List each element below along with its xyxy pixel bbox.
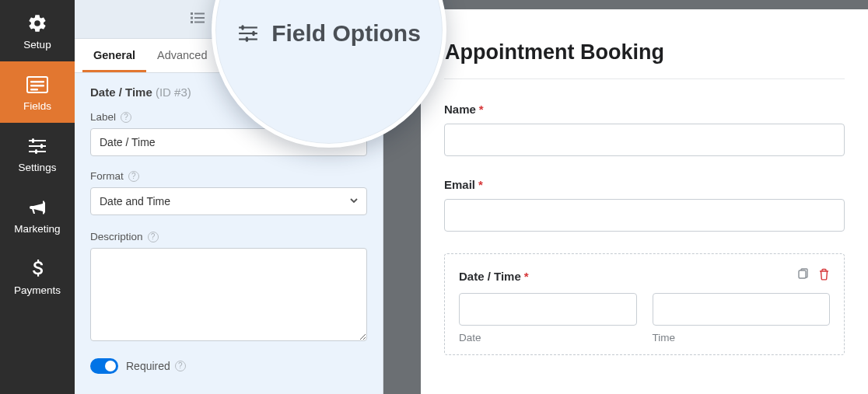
nav-item-fields[interactable]: Fields [0, 61, 75, 123]
svg-rect-15 [194, 22, 205, 23]
label-text: Email [444, 178, 475, 191]
nav-item-setup[interactable]: Setup [0, 0, 75, 61]
svg-rect-8 [40, 144, 43, 148]
row-required: Required ? [75, 346, 383, 380]
datetime-header: Date / Time * [459, 268, 830, 284]
nav-item-payments[interactable]: Payments [0, 246, 75, 307]
datetime-grid: Date Time [459, 293, 830, 343]
divider [444, 78, 845, 79]
help-icon[interactable]: ? [128, 171, 139, 182]
gear-icon [26, 12, 48, 34]
label-text: Date / Time [459, 270, 521, 283]
label-text: Label [90, 111, 116, 123]
description-textarea[interactable] [90, 248, 367, 341]
nav-label: Payments [14, 284, 61, 296]
preview-field-name[interactable]: Name * [444, 103, 845, 156]
list-icon [191, 12, 205, 26]
sliders-icon [237, 24, 259, 43]
field-id: (ID #3) [156, 85, 191, 99]
svg-rect-2 [30, 85, 44, 87]
row-description: Description ? [75, 225, 383, 346]
nav-label: Marketing [14, 223, 60, 235]
svg-rect-16 [799, 270, 806, 278]
format-select-wrap: Date and Time [90, 187, 367, 215]
form-icon [26, 74, 48, 96]
svg-rect-7 [32, 138, 34, 143]
format-select[interactable]: Date and Time [90, 187, 367, 215]
svg-rect-21 [253, 31, 255, 36]
subtab-advanced[interactable]: Advanced [146, 39, 219, 72]
row-format: Format ? Date and Time [75, 164, 383, 217]
duplicate-icon[interactable] [796, 268, 809, 284]
svg-rect-5 [29, 145, 46, 147]
svg-rect-4 [29, 140, 46, 141]
svg-rect-20 [242, 25, 244, 30]
label-text: Required [126, 360, 170, 372]
field-name: Date / Time [90, 85, 152, 99]
nav-label: Fields [23, 100, 51, 112]
trash-icon[interactable] [818, 268, 830, 284]
date-input[interactable] [459, 293, 637, 326]
field-actions [796, 268, 830, 284]
field-label: Name * [444, 103, 845, 116]
nav-item-settings[interactable]: Settings [0, 123, 75, 184]
svg-rect-1 [30, 81, 44, 83]
name-input[interactable] [444, 124, 845, 156]
svg-rect-10 [191, 12, 193, 15]
required-indicator: * [524, 270, 529, 283]
magnifier-title: Field Options [271, 20, 421, 47]
email-input[interactable] [444, 199, 845, 232]
nav-label: Settings [19, 162, 57, 173]
app-root: Setup Fields Settings Marketing Payments [0, 0, 868, 394]
subtab-general[interactable]: General [82, 39, 146, 72]
preview-field-email[interactable]: Email * [444, 178, 845, 232]
help-icon[interactable]: ? [121, 112, 131, 123]
svg-rect-12 [191, 17, 193, 19]
dollar-icon [26, 258, 48, 280]
svg-rect-13 [194, 17, 205, 19]
field-label: Date / Time * [459, 270, 529, 283]
time-sublabel: Time [653, 332, 831, 343]
label-text: Format [90, 170, 124, 182]
form-title: Appointment Booking [444, 40, 845, 65]
nav-label: Setup [23, 39, 51, 51]
format-label: Format ? [90, 170, 367, 182]
main-nav: Setup Fields Settings Marketing Payments [0, 0, 75, 394]
description-label: Description ? [90, 231, 367, 242]
required-indicator: * [478, 178, 483, 191]
bullhorn-icon [26, 197, 48, 218]
help-icon[interactable]: ? [175, 361, 186, 371]
required-label: Required ? [126, 360, 186, 372]
sliders-icon [26, 135, 48, 157]
svg-rect-3 [30, 89, 38, 91]
svg-rect-11 [194, 13, 205, 15]
date-column: Date [459, 293, 637, 343]
field-label: Email * [444, 178, 845, 191]
canvas: Appointment Booking Name * Email * [383, 0, 868, 394]
magnifier-content: Field Options [237, 20, 421, 47]
date-sublabel: Date [459, 332, 637, 343]
time-input[interactable] [653, 293, 831, 326]
nav-item-marketing[interactable]: Marketing [0, 184, 75, 246]
required-indicator: * [479, 103, 484, 116]
preview-field-datetime[interactable]: Date / Time * Date [444, 253, 845, 355]
svg-rect-22 [246, 37, 248, 41]
time-column: Time [653, 293, 831, 343]
label-text: Description [90, 231, 143, 242]
svg-rect-9 [35, 149, 37, 154]
required-toggle[interactable] [90, 358, 118, 374]
form-preview: Appointment Booking Name * Email * [421, 9, 868, 394]
label-text: Name [444, 103, 476, 116]
help-icon[interactable]: ? [148, 232, 159, 242]
svg-rect-14 [191, 21, 193, 23]
